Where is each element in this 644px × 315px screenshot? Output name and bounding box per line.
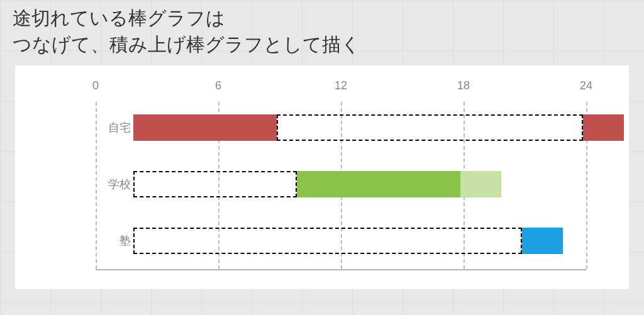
bar-gap — [133, 228, 522, 254]
x-tick-label: 24 — [580, 79, 592, 92]
x-axis: 06121824 — [96, 79, 586, 98]
bar-gap — [277, 114, 584, 141]
bar-track — [133, 171, 624, 197]
chart-container: 06121824 自宅学校塾 — [15, 65, 629, 289]
chart-row: 学校 — [96, 171, 586, 197]
bar-gap — [133, 171, 297, 197]
bar-segment — [583, 114, 624, 141]
x-tick-label: 0 — [92, 79, 99, 92]
plot-area: 自宅学校塾 — [96, 102, 586, 270]
chart-row: 塾 — [96, 228, 586, 254]
page-title: 途切れている棒グラフは つなげて、積み上げ棒グラフとして描く — [0, 0, 644, 65]
y-tick-label: 塾 — [96, 233, 131, 248]
x-tick-label: 6 — [215, 79, 221, 92]
x-tick-label: 18 — [457, 79, 470, 92]
y-tick-label: 自宅 — [96, 120, 131, 135]
y-tick-label: 学校 — [96, 177, 131, 192]
bar-segment — [460, 171, 501, 197]
x-tick-label: 12 — [335, 79, 347, 92]
bar-segment — [297, 171, 460, 197]
bar-segment — [522, 228, 563, 254]
bar-segment — [133, 114, 277, 141]
bar-track — [133, 114, 624, 141]
bar-track — [133, 228, 624, 254]
chart-row: 自宅 — [96, 114, 586, 141]
chart-area: 06121824 自宅学校塾 — [58, 77, 586, 270]
